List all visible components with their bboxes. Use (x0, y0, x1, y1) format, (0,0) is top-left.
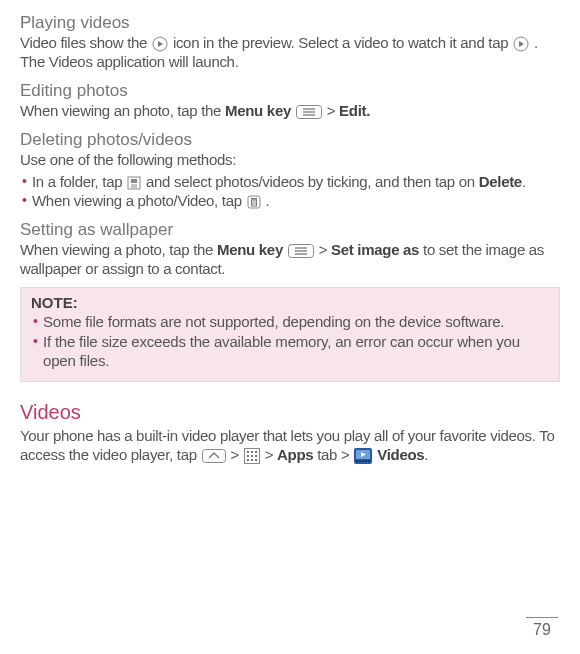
text-fragment: . (265, 192, 269, 209)
apps-tab-label: Apps (277, 446, 313, 463)
text-fragment: > (327, 102, 339, 119)
text-fragment: tab > (317, 446, 353, 463)
list-item: If the file size exceeds the available m… (31, 332, 549, 371)
heading-videos: Videos (20, 400, 560, 425)
deleting-methods-list: In a folder, tap and select photos/video… (20, 172, 560, 211)
text-fragment: When viewing an photo, tap the (20, 102, 225, 119)
text-fragment: > (265, 446, 277, 463)
svg-rect-21 (202, 449, 225, 462)
editing-photos-text: When viewing an photo, tap the Menu key … (20, 102, 560, 121)
svg-rect-39 (368, 460, 370, 462)
heading-playing-videos: Playing videos (20, 12, 560, 33)
svg-rect-28 (255, 455, 257, 457)
note-list: Some file formats are not supported, dep… (31, 312, 549, 371)
menu-key-label: Menu key (217, 241, 283, 258)
text-fragment: Video files show the (20, 34, 151, 51)
svg-rect-36 (359, 460, 361, 462)
page-number: 79 (526, 617, 558, 640)
list-item: In a folder, tap and select photos/video… (20, 172, 560, 192)
svg-rect-37 (362, 460, 364, 462)
svg-rect-29 (247, 459, 249, 461)
svg-rect-31 (255, 459, 257, 461)
svg-rect-27 (251, 455, 253, 457)
text-fragment: and select photos/videos by ticking, and… (146, 173, 479, 190)
edit-label: Edit. (339, 102, 370, 119)
svg-rect-26 (247, 455, 249, 457)
svg-rect-38 (365, 460, 367, 462)
heading-editing-photos: Editing photos (20, 80, 560, 101)
text-fragment: In a folder, tap (32, 173, 126, 190)
svg-rect-9 (131, 179, 137, 183)
heading-wallpaper: Setting as wallpaper (20, 219, 560, 240)
videos-text: Your phone has a built-in video player t… (20, 427, 560, 465)
note-box: NOTE: Some file formats are not supporte… (20, 287, 560, 382)
text-fragment: When viewing a photo, tap the (20, 241, 217, 258)
svg-rect-23 (247, 451, 249, 453)
apps-grid-icon (244, 448, 260, 464)
play-circle-icon (513, 36, 529, 52)
svg-rect-25 (255, 451, 257, 453)
text-fragment: . (522, 173, 526, 190)
text-fragment: > (319, 241, 331, 258)
list-item: Some file formats are not supported, dep… (31, 312, 549, 332)
svg-rect-30 (251, 459, 253, 461)
wallpaper-text: When viewing a photo, tap the Menu key >… (20, 241, 560, 279)
set-image-as-label: Set image as (331, 241, 419, 258)
videos-label: Videos (377, 446, 424, 463)
videos-app-icon (354, 448, 372, 464)
text-fragment: . (424, 446, 428, 463)
home-key-icon (202, 449, 226, 463)
text-fragment: > (230, 446, 242, 463)
delete-label: Delete (479, 173, 522, 190)
svg-rect-35 (356, 460, 358, 462)
share-select-icon (127, 176, 141, 190)
deleting-intro: Use one of the following methods: (20, 151, 560, 170)
text-fragment: When viewing a photo/Video, tap (32, 192, 246, 209)
play-badge-icon (152, 36, 168, 52)
playing-videos-text: Video files show the icon in the preview… (20, 34, 560, 72)
note-title: NOTE: (31, 294, 549, 313)
menu-key-icon (288, 244, 314, 258)
trash-icon (247, 195, 261, 209)
list-item: When viewing a photo/Video, tap . (20, 191, 560, 211)
menu-key-icon (296, 105, 322, 119)
text-fragment: icon in the preview. Select a video to w… (173, 34, 512, 51)
svg-rect-24 (251, 451, 253, 453)
menu-key-label: Menu key (225, 102, 291, 119)
heading-deleting: Deleting photos/videos (20, 129, 560, 150)
svg-rect-13 (251, 198, 257, 200)
